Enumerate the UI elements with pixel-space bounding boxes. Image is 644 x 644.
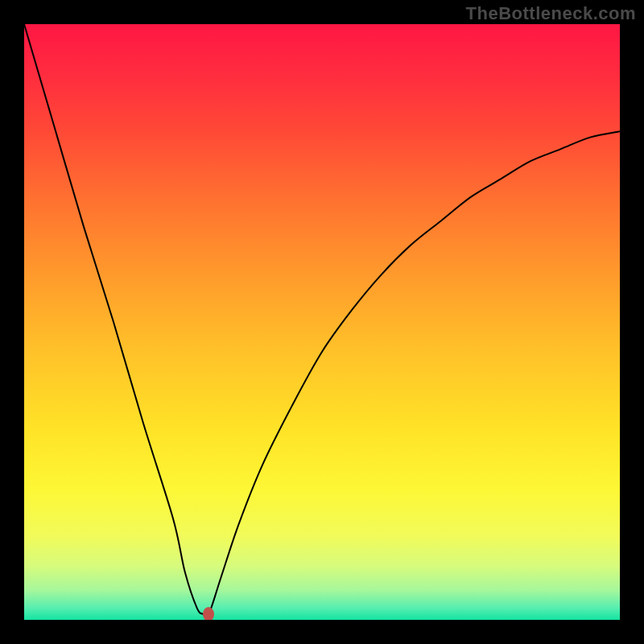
watermark-text: TheBottleneck.com — [466, 3, 636, 24]
optimal-point-marker — [203, 607, 214, 620]
plot-area — [24, 24, 620, 620]
chart-frame: TheBottleneck.com — [0, 0, 644, 644]
bottleneck-curve — [24, 24, 620, 620]
